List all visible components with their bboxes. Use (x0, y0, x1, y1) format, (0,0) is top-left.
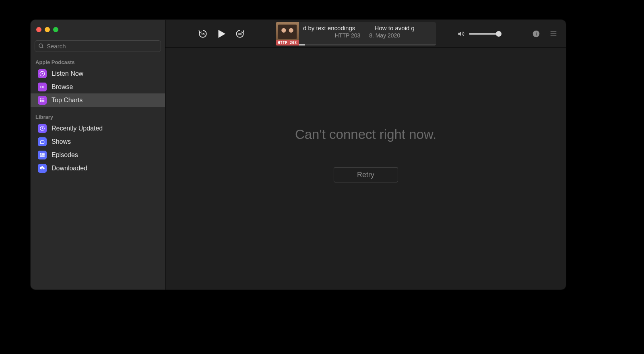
sidebar: Apple Podcasts Listen Now Browse Top Cha… (31, 20, 165, 290)
svg-point-9 (40, 100, 41, 100)
svg-rect-14 (40, 153, 42, 155)
sidebar-item-label: Top Charts (52, 97, 83, 104)
artwork-tag: HTTP 203 (276, 40, 299, 46)
volume-control (457, 30, 501, 38)
svg-text:30: 30 (238, 32, 242, 36)
list-detail-icon (38, 151, 47, 159)
skip-back-15-button[interactable]: 15 (198, 29, 208, 39)
minimize-window-button[interactable] (45, 27, 50, 32)
stack-icon (38, 137, 47, 146)
queue-button[interactable] (549, 30, 558, 38)
sidebar-item-shows[interactable]: Shows (31, 135, 165, 148)
sidebar-item-label: Episodes (52, 151, 78, 159)
play-circle-icon (38, 69, 47, 78)
title-fragment-right: How to avoid g (375, 25, 415, 31)
svg-rect-12 (40, 141, 44, 143)
content-area: Can't connect right now. Retry (165, 48, 566, 290)
skip-forward-30-button[interactable]: 30 (235, 29, 245, 39)
now-playing-display[interactable]: HTTP 203 d by text encodings How to avoi… (276, 22, 436, 46)
play-button[interactable] (215, 28, 227, 40)
info-button[interactable] (532, 30, 540, 38)
sidebar-item-label: Downloaded (52, 165, 87, 172)
svg-rect-24 (536, 32, 537, 33)
sidebar-item-label: Browse (52, 83, 73, 91)
app-window: Apple Podcasts Listen Now Browse Top Cha… (31, 20, 566, 290)
zoom-window-button[interactable] (53, 27, 58, 32)
search-input[interactable] (47, 43, 157, 50)
clock-icon (38, 124, 47, 133)
sidebar-item-browse[interactable]: Browse (31, 80, 165, 93)
playback-controls: 15 30 (198, 28, 245, 40)
now-playing-artwork: HTTP 203 (276, 22, 299, 46)
svg-line-1 (42, 47, 43, 48)
svg-text:15: 15 (201, 32, 204, 36)
search-icon (38, 43, 44, 49)
title-fragment-left: d by text encodings (303, 25, 355, 31)
playback-progress-bar[interactable] (299, 44, 436, 46)
antenna-icon (38, 83, 47, 91)
search-field[interactable] (35, 40, 161, 52)
sidebar-item-label: Shows (52, 138, 71, 145)
sidebar-section-apple: Apple Podcasts (31, 56, 165, 67)
svg-point-10 (40, 101, 41, 101)
sidebar-section-library: Library (31, 111, 165, 122)
main-area: 15 30 HTTP 203 (165, 20, 566, 290)
svg-point-8 (40, 98, 41, 99)
sidebar-item-label: Listen Now (52, 70, 83, 77)
retry-button[interactable]: Retry (334, 167, 398, 182)
sidebar-item-episodes[interactable]: Episodes (31, 148, 165, 161)
sidebar-item-top-charts[interactable]: Top Charts (31, 93, 165, 107)
list-icon (38, 96, 47, 105)
svg-rect-23 (536, 33, 537, 35)
svg-marker-3 (42, 72, 43, 75)
now-playing-subtitle: HTTP 203 — 8. May 2020 (303, 32, 432, 39)
toolbar: 15 30 HTTP 203 (165, 20, 566, 48)
sidebar-item-listen-now[interactable]: Listen Now (31, 67, 165, 80)
svg-point-0 (39, 44, 43, 48)
svg-point-4 (42, 86, 43, 87)
sidebar-item-downloaded[interactable]: Downloaded (31, 161, 165, 175)
svg-marker-20 (219, 30, 226, 38)
volume-slider[interactable] (469, 33, 501, 35)
close-window-button[interactable] (36, 27, 41, 32)
window-controls (31, 20, 165, 38)
volume-icon (457, 30, 465, 38)
cloud-down-icon (38, 164, 47, 173)
sidebar-item-recently-updated[interactable]: Recently Updated (31, 122, 165, 135)
now-playing-title-line: d by text encodings How to avoid g (303, 25, 432, 31)
error-message: Can't connect right now. (295, 127, 436, 142)
sidebar-item-label: Recently Updated (52, 125, 103, 132)
